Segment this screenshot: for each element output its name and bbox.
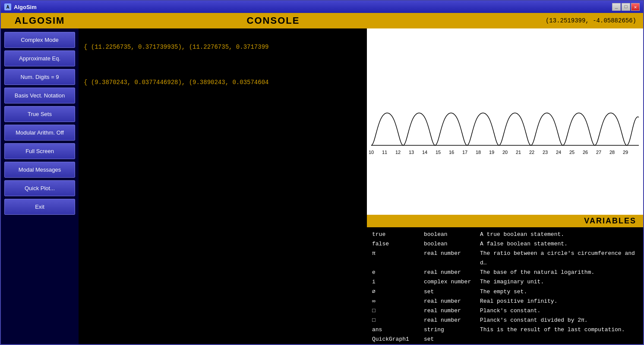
- var-desc: Planck's constant divided by 2π.: [480, 316, 638, 325]
- var-row-inf: ∞ real number Real positive infinity.: [372, 297, 638, 306]
- main-content: Complex Mode Approximate Eq. Num. Digits…: [1, 28, 643, 344]
- svg-text:26: 26: [583, 150, 588, 155]
- svg-text:10: 10: [369, 150, 374, 155]
- quick-plot-button[interactable]: Quick Plot...: [4, 180, 75, 196]
- console-label: CONSOLE: [1, 15, 546, 26]
- var-type: set: [424, 287, 480, 297]
- svg-text:15: 15: [436, 150, 441, 155]
- var-name: □: [372, 306, 424, 316]
- svg-text:27: 27: [596, 150, 601, 155]
- var-type: real number: [424, 316, 480, 325]
- coordinates-display: (13.2519399, -4.05882656): [546, 17, 643, 24]
- var-name: true: [372, 230, 424, 239]
- window-title: AlgoSim: [14, 4, 37, 10]
- graph-svg: 10 11 12 13 14 15 16 17 18 19 20 21 22 2…: [367, 28, 643, 215]
- close-button[interactable]: ✕: [631, 3, 640, 11]
- title-bar-controls: _ □ ✕: [612, 3, 640, 11]
- variables-header: VARIABLES: [367, 215, 643, 227]
- console-area[interactable]: { (11.2256735, 0.371739935), (11.2276735…: [79, 28, 367, 344]
- title-bar-left: A AlgoSim: [4, 3, 37, 10]
- var-name: ∞: [372, 297, 424, 306]
- full-screen-button[interactable]: Full Screen: [4, 143, 75, 159]
- var-row-pi: π real number The ratio between a circle…: [372, 249, 638, 268]
- console-line-1: { (11.2256735, 0.371739935), (11.2276735…: [84, 42, 362, 52]
- complex-mode-button[interactable]: Complex Mode: [4, 32, 75, 48]
- var-desc: The base of the natural logarithm.: [480, 268, 638, 277]
- svg-text:13: 13: [409, 150, 414, 155]
- var-row-i: i complex number The imaginary unit.: [372, 277, 638, 287]
- modular-arithm-button[interactable]: Modular Arithm. Off: [4, 125, 75, 141]
- variables-section: VARIABLES true boolean A true boolean st…: [367, 215, 643, 344]
- var-desc: The imaginary unit.: [480, 277, 638, 287]
- var-row-planck2: □ real number Planck's constant divided …: [372, 316, 638, 325]
- svg-text:19: 19: [489, 150, 494, 155]
- svg-text:14: 14: [422, 150, 427, 155]
- num-digits-button[interactable]: Num. Digits = 9: [4, 69, 75, 85]
- var-name: i: [372, 277, 424, 287]
- var-desc: A true boolean statement.: [480, 230, 638, 239]
- svg-text:21: 21: [516, 150, 521, 155]
- header-bar: ALGOSIM CONSOLE (13.2519399, -4.05882656…: [1, 13, 643, 28]
- var-name: π: [372, 249, 424, 268]
- svg-text:20: 20: [502, 150, 508, 155]
- var-type: set: [424, 335, 480, 343]
- var-name: e: [372, 268, 424, 277]
- approx-eq-button[interactable]: Approximate Eq.: [4, 50, 75, 66]
- console-output: { (11.2256735, 0.371739935), (11.2276735…: [84, 42, 362, 88]
- var-type: real number: [424, 249, 480, 268]
- var-row-qg1: QuickGraph1 set: [372, 335, 638, 343]
- var-row-planck: □ real number Planck's constant.: [372, 306, 638, 316]
- svg-text:11: 11: [382, 150, 387, 155]
- svg-text:29: 29: [623, 150, 628, 155]
- var-type: real number: [424, 297, 480, 306]
- app-icon: A: [4, 3, 11, 10]
- var-name: QuickGraph1: [372, 335, 424, 343]
- svg-text:17: 17: [462, 150, 467, 155]
- svg-text:28: 28: [609, 150, 615, 155]
- svg-text:16: 16: [449, 150, 454, 155]
- var-row-empty-set: ∅ set The empty set.: [372, 287, 638, 297]
- sidebar: Complex Mode Approximate Eq. Num. Digits…: [1, 28, 79, 344]
- var-name: ∅: [372, 287, 424, 297]
- var-desc: The empty set.: [480, 287, 638, 297]
- console-line-2: { (9.3870243, 0.0377446928), (9.3890243,…: [84, 78, 362, 87]
- var-type: boolean: [424, 230, 480, 239]
- svg-text:24: 24: [556, 150, 561, 155]
- var-row-e: e real number The base of the natural lo…: [372, 268, 638, 277]
- var-type: real number: [424, 268, 480, 277]
- var-desc: Planck's constant.: [480, 306, 638, 316]
- var-desc: [480, 335, 638, 343]
- var-type: complex number: [424, 277, 480, 287]
- exit-button[interactable]: Exit: [4, 199, 75, 215]
- graph-area[interactable]: 10 11 12 13 14 15 16 17 18 19 20 21 22 2…: [367, 28, 643, 215]
- svg-text:22: 22: [529, 150, 534, 155]
- var-type: string: [424, 325, 480, 335]
- svg-text:18: 18: [476, 150, 481, 155]
- var-name: □: [372, 316, 424, 325]
- var-desc: Real positive infinity.: [480, 297, 638, 306]
- basis-vect-button[interactable]: Basis Vect. Notation: [4, 88, 75, 104]
- true-sets-button[interactable]: True Sets: [4, 106, 75, 122]
- var-desc: This is the result of the last computati…: [480, 325, 638, 335]
- minimize-button[interactable]: _: [612, 3, 621, 11]
- var-type: real number: [424, 306, 480, 316]
- var-name: false: [372, 239, 424, 249]
- title-bar: A AlgoSim _ □ ✕: [1, 1, 643, 13]
- svg-text:23: 23: [543, 150, 548, 155]
- var-desc: A false boolean statement.: [480, 239, 638, 249]
- svg-rect-0: [367, 61, 643, 182]
- maximize-button[interactable]: □: [622, 3, 630, 11]
- var-name: ans: [372, 325, 424, 335]
- var-desc: The ratio between a circle's circumferen…: [480, 249, 638, 268]
- svg-text:25: 25: [569, 150, 575, 155]
- var-row-false: false boolean A false boolean statement.: [372, 239, 638, 249]
- var-type: boolean: [424, 239, 480, 249]
- var-row-true: true boolean A true boolean statement.: [372, 230, 638, 239]
- variables-table: true boolean A true boolean statement. f…: [367, 227, 643, 343]
- svg-text:12: 12: [395, 150, 401, 155]
- modal-messages-button[interactable]: Modal Messages: [4, 162, 75, 178]
- var-row-ans: ans string This is the result of the las…: [372, 325, 638, 335]
- main-window: A AlgoSim _ □ ✕ ALGOSIM CONSOLE (13.2519…: [0, 0, 644, 345]
- right-panel: 10 11 12 13 14 15 16 17 18 19 20 21 22 2…: [367, 28, 643, 344]
